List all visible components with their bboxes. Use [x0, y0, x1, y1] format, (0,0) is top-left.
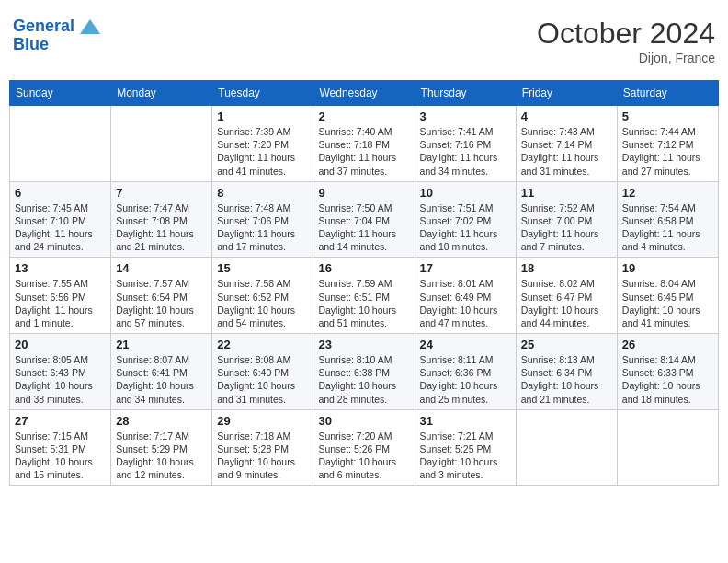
sunrise-text: Sunrise: 8:10 AM: [318, 353, 409, 366]
daylight-text: Daylight: 10 hours and 51 minutes.: [318, 304, 409, 329]
calendar-cell: [617, 409, 718, 486]
sunrise-text: Sunrise: 8:11 AM: [420, 353, 511, 366]
sunrise-text: Sunrise: 7:17 AM: [116, 430, 207, 442]
day-info: Sunrise: 7:40 AMSunset: 7:18 PMDaylight:…: [318, 125, 409, 178]
calendar-cell: 13Sunrise: 7:55 AMSunset: 6:56 PMDayligh…: [10, 258, 111, 334]
day-number: 1: [217, 109, 308, 123]
calendar-cell: 26Sunrise: 8:14 AMSunset: 6:33 PMDayligh…: [617, 334, 718, 410]
sunrise-text: Sunrise: 7:18 AM: [217, 430, 308, 442]
daylight-text: Daylight: 10 hours and 15 minutes.: [15, 455, 106, 481]
sunrise-text: Sunrise: 8:02 AM: [521, 277, 612, 290]
calendar-cell: 19Sunrise: 8:04 AMSunset: 6:45 PMDayligh…: [617, 258, 718, 334]
page-header: General Blue October 2024 Dijon, France: [9, 9, 719, 73]
day-number: 27: [15, 414, 106, 428]
day-info: Sunrise: 8:10 AMSunset: 6:38 PMDaylight:…: [318, 353, 409, 406]
sunset-text: Sunset: 5:28 PM: [217, 442, 308, 455]
daylight-text: Daylight: 10 hours and 25 minutes.: [420, 379, 511, 405]
sunset-text: Sunset: 6:45 PM: [622, 291, 713, 304]
day-info: Sunrise: 7:59 AMSunset: 6:51 PMDaylight:…: [318, 277, 409, 329]
calendar-cell: 2Sunrise: 7:40 AMSunset: 7:18 PMDaylight…: [313, 106, 415, 182]
day-number: 15: [217, 261, 308, 275]
sunset-text: Sunset: 6:52 PM: [217, 291, 308, 304]
logo-icon: [80, 19, 100, 34]
daylight-text: Daylight: 11 hours and 17 minutes.: [217, 227, 308, 253]
daylight-text: Daylight: 10 hours and 3 minutes.: [420, 455, 511, 481]
weekday-header-monday: Monday: [111, 81, 212, 106]
sunset-text: Sunset: 6:49 PM: [420, 291, 511, 304]
sunset-text: Sunset: 6:54 PM: [116, 291, 207, 304]
calendar-cell: 30Sunrise: 7:20 AMSunset: 5:26 PMDayligh…: [313, 409, 415, 486]
day-info: Sunrise: 7:15 AMSunset: 5:31 PMDaylight:…: [15, 430, 106, 482]
day-number: 21: [116, 338, 207, 351]
sunset-text: Sunset: 6:34 PM: [521, 366, 612, 379]
calendar-cell: 22Sunrise: 8:08 AMSunset: 6:40 PMDayligh…: [212, 334, 313, 410]
day-info: Sunrise: 7:18 AMSunset: 5:28 PMDaylight:…: [217, 430, 308, 482]
daylight-text: Daylight: 10 hours and 38 minutes.: [15, 379, 106, 405]
daylight-text: Daylight: 10 hours and 12 minutes.: [116, 455, 207, 481]
day-info: Sunrise: 7:54 AMSunset: 6:58 PMDaylight:…: [622, 201, 713, 254]
daylight-text: Daylight: 11 hours and 34 minutes.: [420, 151, 511, 177]
sunrise-text: Sunrise: 8:04 AM: [622, 277, 713, 290]
day-info: Sunrise: 7:44 AMSunset: 7:12 PMDaylight:…: [622, 125, 713, 178]
logo-general: General: [13, 17, 74, 35]
daylight-text: Daylight: 10 hours and 21 minutes.: [521, 379, 612, 405]
daylight-text: Daylight: 11 hours and 7 minutes.: [521, 227, 612, 253]
day-number: 4: [521, 109, 612, 123]
day-info: Sunrise: 7:17 AMSunset: 5:29 PMDaylight:…: [116, 430, 207, 482]
sunrise-text: Sunrise: 8:07 AM: [116, 353, 207, 366]
daylight-text: Daylight: 11 hours and 21 minutes.: [116, 227, 207, 253]
calendar-cell: [10, 106, 111, 182]
day-number: 9: [318, 186, 409, 200]
day-number: 23: [318, 338, 409, 351]
sunrise-text: Sunrise: 8:08 AM: [217, 353, 308, 366]
daylight-text: Daylight: 11 hours and 10 minutes.: [420, 227, 511, 253]
sunset-text: Sunset: 6:51 PM: [318, 291, 409, 304]
day-number: 8: [217, 186, 308, 200]
weekday-header-thursday: Thursday: [415, 81, 516, 106]
sunset-text: Sunset: 5:29 PM: [116, 442, 207, 455]
location: Dijon, France: [537, 51, 715, 65]
daylight-text: Daylight: 11 hours and 37 minutes.: [318, 151, 409, 177]
sunrise-text: Sunrise: 7:44 AM: [622, 125, 713, 138]
sunrise-text: Sunrise: 7:45 AM: [15, 201, 106, 214]
daylight-text: Daylight: 11 hours and 4 minutes.: [622, 227, 713, 253]
calendar-cell: 24Sunrise: 8:11 AMSunset: 6:36 PMDayligh…: [415, 334, 516, 410]
sunset-text: Sunset: 6:33 PM: [622, 366, 713, 379]
sunrise-text: Sunrise: 7:57 AM: [116, 277, 207, 290]
calendar-cell: 16Sunrise: 7:59 AMSunset: 6:51 PMDayligh…: [313, 258, 415, 334]
day-number: 31: [420, 414, 511, 428]
weekday-header-row: SundayMondayTuesdayWednesdayThursdayFrid…: [10, 81, 719, 106]
sunrise-text: Sunrise: 8:14 AM: [622, 353, 713, 366]
day-number: 12: [622, 186, 713, 200]
calendar-cell: 17Sunrise: 8:01 AMSunset: 6:49 PMDayligh…: [415, 258, 516, 334]
sunset-text: Sunset: 6:38 PM: [318, 366, 409, 379]
day-info: Sunrise: 7:50 AMSunset: 7:04 PMDaylight:…: [318, 201, 409, 254]
week-row-1: 1Sunrise: 7:39 AMSunset: 7:20 PMDaylight…: [10, 106, 719, 182]
day-info: Sunrise: 7:55 AMSunset: 6:56 PMDaylight:…: [15, 277, 106, 329]
day-number: 6: [15, 186, 106, 200]
day-info: Sunrise: 7:57 AMSunset: 6:54 PMDaylight:…: [116, 277, 207, 329]
sunset-text: Sunset: 7:16 PM: [420, 138, 511, 151]
sunset-text: Sunset: 5:25 PM: [420, 442, 511, 455]
logo-blue: Blue: [13, 35, 100, 55]
sunrise-text: Sunrise: 7:48 AM: [217, 201, 308, 214]
calendar-cell: 14Sunrise: 7:57 AMSunset: 6:54 PMDayligh…: [111, 258, 212, 334]
sunset-text: Sunset: 7:10 PM: [15, 214, 106, 227]
day-info: Sunrise: 7:20 AMSunset: 5:26 PMDaylight:…: [318, 430, 409, 482]
day-number: 16: [318, 261, 409, 275]
sunrise-text: Sunrise: 7:47 AM: [116, 201, 207, 214]
calendar-cell: 11Sunrise: 7:52 AMSunset: 7:00 PMDayligh…: [516, 181, 617, 258]
calendar-cell: 23Sunrise: 8:10 AMSunset: 6:38 PMDayligh…: [313, 334, 415, 410]
sunset-text: Sunset: 6:58 PM: [622, 214, 713, 227]
day-number: 7: [116, 186, 207, 200]
calendar-cell: 28Sunrise: 7:17 AMSunset: 5:29 PMDayligh…: [111, 409, 212, 486]
calendar-cell: 31Sunrise: 7:21 AMSunset: 5:25 PMDayligh…: [415, 409, 516, 486]
sunrise-text: Sunrise: 7:15 AM: [15, 430, 106, 442]
day-info: Sunrise: 7:48 AMSunset: 7:06 PMDaylight:…: [217, 201, 308, 254]
week-row-2: 6Sunrise: 7:45 AMSunset: 7:10 PMDaylight…: [10, 181, 719, 258]
day-info: Sunrise: 8:14 AMSunset: 6:33 PMDaylight:…: [622, 353, 713, 406]
sunset-text: Sunset: 7:18 PM: [318, 138, 409, 151]
daylight-text: Daylight: 11 hours and 24 minutes.: [15, 227, 106, 253]
weekday-header-saturday: Saturday: [617, 81, 718, 106]
sunset-text: Sunset: 7:06 PM: [217, 214, 308, 227]
